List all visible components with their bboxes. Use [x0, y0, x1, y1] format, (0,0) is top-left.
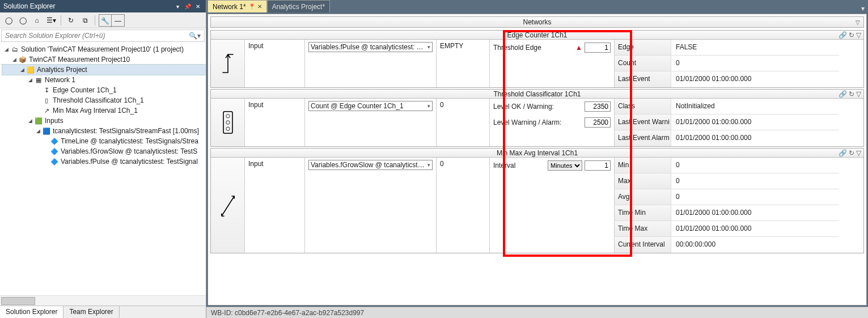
output-name: Edge: [615, 40, 671, 55]
tab-analytics-project[interactable]: Analytics Project*: [267, 0, 330, 12]
output-name: Last Event Warni: [615, 115, 671, 130]
pin-icon[interactable]: 📌: [183, 2, 192, 11]
output-value: 01/01/2000 01:00:00.000: [671, 221, 839, 236]
param-row: IntervalMinutes: [490, 158, 614, 173]
search-icon[interactable]: 🔍▾: [185, 32, 204, 40]
chevron-down-icon[interactable]: ◢: [18, 67, 26, 73]
input-combo[interactable]: Count @ Edge Counter 1Ch_1 ▾: [308, 101, 433, 111]
tab-network1[interactable]: Network 1* 📍 ✕: [208, 0, 267, 12]
link-icon[interactable]: 🔗: [839, 31, 847, 39]
collapse-icon[interactable]: ⧉: [79, 14, 91, 27]
dropdown-icon[interactable]: ▾: [173, 2, 182, 11]
reload-icon[interactable]: ↻: [849, 31, 854, 39]
output-value: 00:00:00:000: [671, 237, 839, 253]
output-row: Time Min 01/01/2000 01:00:00.000: [615, 205, 839, 221]
chevron-down-icon[interactable]: ◢: [26, 77, 34, 83]
close-icon[interactable]: ✕: [193, 2, 202, 11]
reload-icon[interactable]: ↻: [849, 149, 854, 157]
tree-var-growslow[interactable]: 🔷 Variables.fGrowSlow @ tcanalyticstest:…: [2, 146, 206, 156]
input-label: Input: [245, 40, 305, 87]
chevron-down-icon[interactable]: ◢: [2, 46, 10, 52]
svg-point-3: [226, 127, 229, 130]
panel-title: Solution Explorer: [3, 2, 55, 10]
tree-var-fpulse[interactable]: 🔷 Variables.fPulse @ tcanalyticstest: Te…: [2, 156, 206, 167]
tab-solution-explorer[interactable]: Solution Explorer: [0, 306, 63, 318]
chevron-down-icon[interactable]: ▾: [426, 162, 430, 168]
properties-icon[interactable]: 🔧: [99, 15, 112, 27]
tree-network[interactable]: ◢ ▦ Network 1: [2, 75, 206, 85]
interval-unit-select[interactable]: Minutes: [548, 160, 582, 171]
param-input[interactable]: [585, 160, 611, 171]
link-icon[interactable]: 🔗: [839, 149, 847, 157]
output-name: Time Max: [615, 221, 671, 236]
tree-inputs[interactable]: ◢ 🟩 Inputs: [2, 116, 206, 126]
refresh-icon[interactable]: ↻: [65, 14, 77, 27]
tree-analytics-project[interactable]: ◢ 🟨 Analytics Project: [2, 65, 206, 75]
input-combo-cell: Count @ Edge Counter 1Ch_1 ▾: [305, 99, 437, 146]
tree-node-threshold[interactable]: ▯ Threshold Classificator 1Ch_1: [2, 95, 206, 105]
block-title[interactable]: Min Max Avg Interval 1Ch1 🔗 ↻ ▽: [211, 149, 863, 158]
output-value: 0: [671, 173, 839, 189]
forward-icon[interactable]: ◯: [16, 14, 29, 27]
search-input[interactable]: [2, 32, 185, 40]
home-icon[interactable]: ⌂: [31, 14, 43, 27]
warning-icon: ▲: [575, 45, 582, 50]
network-icon: ▦: [34, 75, 43, 84]
expand-icon[interactable]: ▽: [856, 19, 860, 26]
tab-overflow-icon[interactable]: ▾: [858, 5, 868, 12]
inputs-icon: 🟩: [34, 116, 43, 125]
param-input[interactable]: [585, 117, 611, 128]
chevron-down-icon[interactable]: ◢: [10, 57, 18, 62]
tree-var-timeline[interactable]: 🔷 TimeLine @ tcanalyticstest: TestSignal…: [2, 136, 206, 146]
tree-project[interactable]: ◢ 📦 TwinCAT Measurement Project10: [2, 54, 206, 65]
tree-node-edge-counter[interactable]: ↧ Edge Counter 1Ch_1: [2, 85, 206, 95]
output-value: 01/01/2000 01:00:00.000: [671, 205, 839, 221]
block-title[interactable]: Threshold Classificator 1Ch1 🔗 ↻ ▽: [211, 90, 863, 99]
output-row: Count 0: [615, 56, 839, 71]
chevron-down-icon[interactable]: ◢: [26, 118, 34, 124]
tab-team-explorer[interactable]: Team Explorer: [63, 306, 119, 318]
solution-tree[interactable]: ◢ 🗂 Solution 'TwinCAT Measurement Projec…: [0, 42, 206, 295]
solution-icon: 🗂: [10, 45, 19, 54]
document-tabs: Network 1* 📍 ✕ Analytics Project* ▾: [206, 0, 868, 12]
scroll-thumb[interactable]: [1, 297, 35, 305]
outputs-column: Class NotInitialized Last Event Warni 01…: [615, 99, 839, 146]
horizontal-scrollbar[interactable]: [0, 295, 206, 306]
chevron-down-icon[interactable]: ◢: [34, 128, 42, 134]
networks-header[interactable]: Networks ▽: [210, 16, 864, 28]
chevron-down-icon[interactable]: ▾: [426, 103, 430, 109]
panel-titlebar: Solution Explorer ▾ 📌 ✕: [0, 0, 206, 12]
tree-stream[interactable]: ◢ 🟦 tcanalyticstest: TestSignals/StreamF…: [2, 126, 206, 136]
output-row: Last Event Alarm 01/01/2000 01:00:00.000: [615, 130, 839, 146]
input-combo[interactable]: Variables.fGrowSlow @ tcanalyticstest: T…: [308, 160, 433, 170]
output-value: 01/01/2000 01:00:00.000: [671, 71, 839, 87]
tree-node-minmax[interactable]: ↗ Min Max Avg Interval 1Ch_1: [2, 105, 206, 116]
settings-icon[interactable]: —: [112, 15, 124, 27]
input-combo-cell: Variables.fPulse @ tcanalyticstest: Test…: [305, 40, 437, 87]
collapse-icon[interactable]: ▽: [856, 90, 861, 98]
tree-solution[interactable]: ◢ 🗂 Solution 'TwinCAT Measurement Projec…: [2, 44, 206, 54]
chevron-down-icon[interactable]: ▾: [426, 44, 430, 50]
collapse-icon[interactable]: ▽: [856, 31, 861, 39]
block-title[interactable]: Edge Counter 1Ch1 🔗 ↻ ▽: [211, 31, 863, 40]
link-icon[interactable]: 🔗: [839, 90, 847, 98]
collapse-icon[interactable]: ▽: [856, 149, 861, 157]
params-column: Level OK / Warning: Level Warning / Alar…: [490, 99, 615, 146]
combo-text: Variables.fGrowSlow @ tcanalyticstest: T: [311, 161, 426, 169]
param-input[interactable]: [585, 43, 611, 53]
close-icon[interactable]: ✕: [257, 3, 262, 10]
back-icon[interactable]: ◯: [2, 14, 15, 27]
function-block: Edge Counter 1Ch1 🔗 ↻ ▽ Input Variables.…: [210, 30, 864, 88]
pin-icon[interactable]: 📍: [248, 3, 255, 10]
output-row: Last Event 01/01/2000 01:00:00.000: [615, 71, 839, 87]
param-input[interactable]: [585, 101, 611, 112]
input-combo[interactable]: Variables.fPulse @ tcanalyticstest: Test…: [308, 42, 433, 52]
function-block: Threshold Classificator 1Ch1 🔗 ↻ ▽ Input…: [210, 89, 864, 147]
reload-icon[interactable]: ↻: [849, 90, 854, 98]
stream-icon: 🟦: [42, 126, 51, 135]
tab-label: Analytics Project*: [272, 3, 325, 11]
sync-icon[interactable]: ☰▾: [45, 14, 57, 27]
search-box[interactable]: 🔍▾: [1, 29, 205, 42]
param-label: Threshold Edge: [493, 44, 573, 52]
output-value: 0: [671, 158, 839, 173]
